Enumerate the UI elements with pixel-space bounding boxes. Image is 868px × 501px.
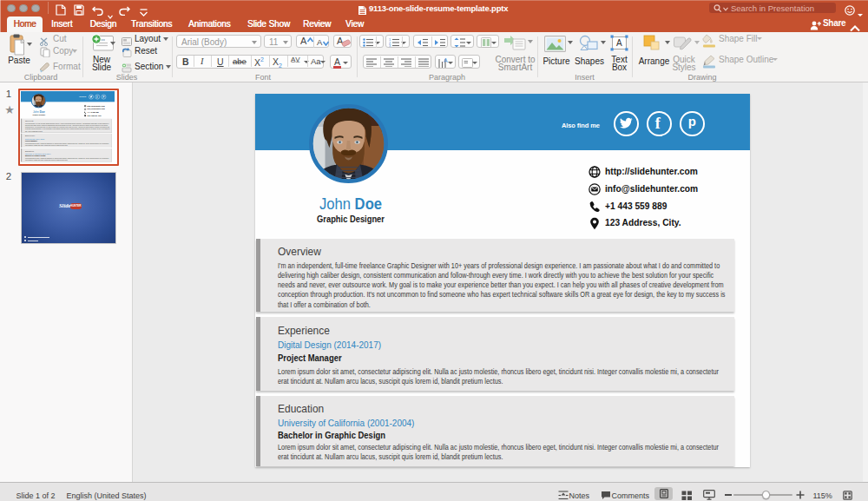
svg-text:3: 3 (389, 43, 391, 47)
svg-text:A: A (616, 38, 622, 48)
